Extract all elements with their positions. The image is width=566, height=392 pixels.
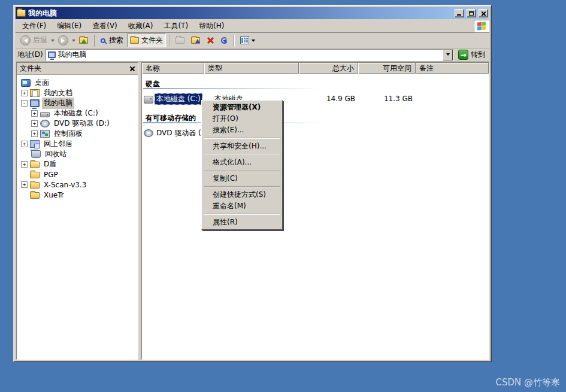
- close-icon: [481, 11, 486, 16]
- menu-tools[interactable]: 工具(T): [158, 19, 193, 33]
- watermark: CSDN @竹等寒: [495, 377, 560, 388]
- folder-icon: [30, 182, 40, 189]
- tree-item-dshield[interactable]: + D盾: [17, 159, 138, 169]
- tree-item-control-panel[interactable]: + 控制面板: [17, 129, 138, 139]
- name-cell: 本地磁盘 (C:): [142, 93, 204, 105]
- expand-toggle[interactable]: +: [31, 120, 38, 127]
- column-header-remarks[interactable]: 备注: [416, 63, 489, 74]
- tree-item-local-disk-c[interactable]: + 本地磁盘 (C:): [17, 108, 138, 118]
- expand-toggle[interactable]: +: [21, 181, 28, 188]
- back-label: 后退: [33, 35, 47, 45]
- search-icon: [101, 38, 105, 43]
- column-header-total-size[interactable]: 总大小: [299, 63, 358, 74]
- menu-bar: 文件(F) 编辑(E) 查看(V) 收藏(A) 工具(T) 帮助(H): [16, 20, 489, 33]
- back-button[interactable]: 后退: [17, 34, 50, 47]
- file-list-pane: 名称 类型 总大小 可用空间 备注 硬盘 本地磁盘 (C:) 本地磁盘: [141, 62, 489, 360]
- menu-item-create-shortcut[interactable]: 创建快捷方式(S): [202, 189, 282, 200]
- network-icon: [30, 140, 40, 148]
- menu-item-open[interactable]: 打开(O): [202, 113, 282, 124]
- tree-item-xscan[interactable]: + X-Scan-v3.3: [17, 180, 138, 190]
- menu-item-rename[interactable]: 重命名(M): [202, 200, 282, 212]
- folders-pane-header: 文件夹: [17, 63, 138, 75]
- windows-flag-icon: [477, 22, 486, 30]
- up-button[interactable]: [76, 35, 91, 45]
- forward-dropdown-icon[interactable]: [72, 39, 75, 44]
- menu-separator: [204, 170, 280, 171]
- menu-item-sharing-security[interactable]: 共享和安全(H)...: [202, 141, 282, 152]
- total-size-cell: 14.9 GB: [299, 95, 358, 103]
- undo-button[interactable]: [218, 35, 231, 45]
- desktop-icon: [21, 79, 31, 87]
- menu-file[interactable]: 文件(F): [17, 19, 52, 33]
- folders-pane-title: 文件夹: [20, 63, 41, 74]
- file-row-local-disk-c[interactable]: 本地磁盘 (C:) 本地磁盘 14.9 GB 11.3 GB: [142, 90, 489, 108]
- copy-to-button[interactable]: [188, 35, 203, 45]
- tree-item-recycle-bin[interactable]: 回收站: [17, 149, 138, 159]
- menu-help[interactable]: 帮助(H): [193, 19, 229, 33]
- column-header-free-space[interactable]: 可用空间: [358, 63, 416, 74]
- toolbar-separator: [169, 35, 170, 47]
- toolbar-separator: [234, 35, 234, 47]
- my-documents-icon: [30, 89, 40, 97]
- tree-label: X-Scan-v3.3: [42, 180, 88, 190]
- file-row-dvd-drive-d[interactable]: DVD 驱动器 (D:): [142, 124, 489, 142]
- my-computer-icon: [30, 99, 40, 107]
- menu-separator: [204, 154, 280, 155]
- folders-pane-close-icon[interactable]: [129, 66, 135, 71]
- tree-item-network-places[interactable]: + 网上邻居: [17, 139, 138, 149]
- local-disk-icon: [144, 96, 153, 104]
- column-header-name[interactable]: 名称: [142, 63, 204, 74]
- menu-item-copy[interactable]: 复制(C): [202, 173, 282, 184]
- folders-button[interactable]: 文件夹: [127, 34, 166, 47]
- views-dropdown-icon: [252, 39, 255, 44]
- search-button[interactable]: 搜索: [98, 34, 126, 47]
- delete-button[interactable]: [204, 35, 217, 46]
- tree-item-xuetr[interactable]: XueTr: [17, 190, 138, 200]
- tree-item-dvd-drive-d[interactable]: + DVD 驱动器 (D:): [17, 118, 138, 129]
- expand-toggle[interactable]: +: [21, 141, 28, 147]
- menu-view[interactable]: 查看(V): [87, 19, 123, 33]
- title-bar[interactable]: 我的电脑: [16, 7, 489, 19]
- minimize-button[interactable]: [455, 9, 464, 17]
- expand-toggle[interactable]: +: [21, 161, 28, 168]
- file-name-selected[interactable]: 本地磁盘 (C:): [155, 93, 202, 105]
- window-folder-icon: [17, 10, 26, 17]
- tree-item-pgp[interactable]: PGP: [17, 169, 138, 180]
- menu-item-search[interactable]: 搜索(E)...: [202, 124, 282, 136]
- expand-toggle[interactable]: +: [31, 130, 38, 137]
- group-removable-storage: 有可移动存储的: [142, 108, 489, 124]
- tree-label: XueTr: [42, 190, 66, 200]
- close-button[interactable]: [479, 9, 488, 17]
- folders-icon: [130, 37, 139, 44]
- menu-edit[interactable]: 编辑(E): [52, 19, 87, 33]
- up-folder-icon: [79, 37, 88, 44]
- move-to-button[interactable]: [172, 35, 187, 45]
- address-input[interactable]: 我的电脑: [46, 49, 453, 61]
- menu-favorites[interactable]: 收藏(A): [123, 19, 159, 33]
- go-button[interactable]: → 转到: [456, 50, 488, 60]
- address-dropdown-button[interactable]: [443, 50, 453, 60]
- group-underline: [143, 88, 323, 89]
- tree-item-desktop[interactable]: 桌面: [17, 78, 138, 88]
- back-dropdown-icon[interactable]: [51, 39, 55, 44]
- menu-item-explorer[interactable]: 资源管理器(X): [202, 102, 282, 113]
- views-button[interactable]: [237, 35, 258, 46]
- group-hard-disks: 硬盘: [142, 74, 489, 90]
- search-label: 搜索: [109, 35, 123, 45]
- address-bar: 地址(D) 我的电脑 → 转到: [16, 48, 489, 62]
- context-menu: 资源管理器(X) 打开(O) 搜索(E)... 共享和安全(H)... 格式化(…: [201, 100, 283, 230]
- column-header-type[interactable]: 类型: [204, 63, 299, 74]
- folders-pane: 文件夹 桌面 + 我的文档 - 我: [16, 62, 138, 360]
- expand-toggle[interactable]: +: [31, 110, 38, 117]
- dvd-drive-icon: [144, 129, 153, 137]
- forward-button[interactable]: [55, 34, 71, 47]
- tree-label: PGP: [42, 170, 60, 180]
- tree-item-my-computer[interactable]: - 我的电脑: [17, 98, 138, 108]
- menu-separator: [204, 214, 280, 215]
- expand-toggle[interactable]: +: [21, 90, 28, 96]
- collapse-toggle[interactable]: -: [21, 100, 28, 107]
- menu-item-format[interactable]: 格式化(A)...: [202, 157, 282, 168]
- maximize-button[interactable]: [467, 9, 476, 17]
- menu-item-properties[interactable]: 属性(R): [202, 217, 282, 228]
- tree-item-my-documents[interactable]: + 我的文档: [17, 88, 138, 98]
